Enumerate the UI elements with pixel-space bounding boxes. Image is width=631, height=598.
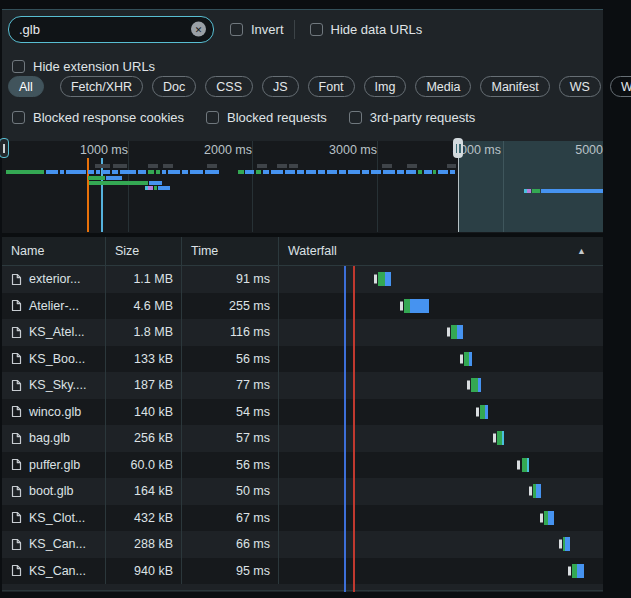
checkbox-label: Hide data URLs — [331, 22, 423, 37]
overview-request-bar — [257, 164, 267, 168]
waterfall-bar — [548, 511, 554, 525]
overview-request-bar — [306, 170, 316, 174]
filter-pill-img[interactable]: Img — [364, 76, 407, 97]
file-icon — [11, 379, 22, 392]
table-row[interactable]: Atelier-...4.6 MB255 ms — [2, 293, 603, 320]
waterfall-cell — [279, 452, 603, 479]
file-icon — [11, 432, 22, 445]
table-row[interactable]: bag.glb256 kB57 ms — [2, 425, 603, 452]
request-name: KS_Atel... — [29, 325, 85, 339]
sort-direction-icon: ▲ — [577, 246, 586, 256]
overview-request-bar — [447, 164, 456, 168]
dcl-event-line — [344, 266, 346, 592]
file-icon — [11, 326, 22, 339]
waterfall-queue-tick — [400, 301, 403, 310]
table-row[interactable]: KS_Clot...432 kB67 ms — [2, 505, 603, 532]
column-header-waterfall[interactable]: Waterfall▲ — [279, 237, 603, 265]
overview-request-bar — [406, 170, 416, 174]
time-cell: 91 ms — [182, 266, 279, 293]
overview-request-bar — [182, 170, 188, 174]
network-overview-strip[interactable]: 1000 ms2000 ms3000 ms4000 ms5000 — [2, 141, 603, 233]
filter-pill-ws[interactable]: WS — [559, 76, 601, 97]
filter-pill-js[interactable]: JS — [262, 76, 299, 97]
waterfall-cell — [279, 293, 603, 320]
overview-request-bar — [383, 170, 395, 174]
checkbox-3rd-party-requests[interactable]: 3rd-party requests — [349, 110, 476, 125]
size-cell: 133 kB — [106, 346, 182, 373]
table-row[interactable]: puffer.glb60.0 kB56 ms — [2, 452, 603, 479]
time-cell: 67 ms — [182, 505, 279, 532]
checkbox-invert[interactable]: Invert — [230, 22, 284, 37]
overview-grid-line — [252, 141, 253, 232]
checkbox-label: Blocked requests — [227, 110, 327, 125]
overview-request-bar — [46, 170, 58, 174]
name-cell: KS_Boo... — [2, 346, 106, 373]
table-row[interactable]: KS_Boo...133 kB56 ms — [2, 346, 603, 373]
overview-request-bar — [362, 170, 369, 174]
table-row[interactable]: KS_Can...940 kB95 ms — [2, 558, 603, 585]
waterfall-cell — [279, 346, 603, 373]
filter-pill-doc[interactable]: Doc — [152, 76, 196, 97]
overview-request-bar — [348, 170, 360, 174]
waterfall-queue-tick — [517, 460, 520, 469]
name-cell: boot.glb — [2, 478, 106, 505]
column-header-label: Name — [11, 244, 44, 258]
request-name: winco.glb — [29, 405, 81, 419]
table-row[interactable]: KS_Sky....187 kB77 ms — [2, 372, 603, 399]
filter-pill-fetch-xhr[interactable]: Fetch/XHR — [60, 76, 143, 97]
size-cell: 140 kB — [106, 399, 182, 426]
toolbar-divider — [294, 20, 295, 39]
waterfall-cell — [279, 505, 603, 532]
table-row[interactable]: boot.glb164 kB50 ms — [2, 478, 603, 505]
size-cell: 256 kB — [106, 425, 182, 452]
overview-request-bar — [532, 189, 540, 193]
table-row[interactable]: exterior...1.1 MB91 ms — [2, 266, 603, 293]
name-cell: KS_Can... — [2, 558, 106, 585]
filter-pill-manifest[interactable]: Manifest — [480, 76, 549, 97]
table-row[interactable]: KS_Can...288 kB66 ms — [2, 531, 603, 558]
time-cell: 57 ms — [182, 425, 279, 452]
overview-request-bar — [120, 170, 136, 174]
filter-input[interactable] — [9, 22, 213, 37]
file-icon — [11, 485, 22, 498]
clear-filter-icon[interactable]: ✕ — [191, 22, 206, 37]
filter-pill-wasm[interactable]: Wasm — [610, 76, 631, 97]
filter-pill-media[interactable]: Media — [415, 76, 471, 97]
overview-request-bar — [289, 164, 298, 168]
checkbox-hide-extension-urls[interactable]: Hide extension URLs — [12, 59, 155, 74]
overview-request-bar — [205, 170, 219, 174]
size-cell: 432 kB — [106, 505, 182, 532]
overview-request-bar — [285, 170, 295, 174]
waterfall-queue-tick — [467, 381, 470, 390]
request-name: KS_Can... — [29, 537, 86, 551]
filter-pill-font[interactable]: Font — [308, 76, 355, 97]
filter-input-wrapper: ✕ — [8, 16, 214, 43]
waterfall-bar — [378, 272, 385, 286]
column-header-size[interactable]: Size — [106, 237, 182, 265]
checkbox-hide-data-urls[interactable]: Hide data URLs — [310, 22, 423, 37]
overview-request-bar — [148, 164, 158, 168]
checkbox-blocked-requests[interactable]: Blocked requests — [206, 110, 327, 125]
waterfall-queue-tick — [476, 407, 479, 416]
overview-request-bar — [60, 170, 64, 174]
checkbox-label: 3rd-party requests — [370, 110, 476, 125]
waterfall-queue-tick — [493, 434, 496, 443]
filter-pill-css[interactable]: CSS — [205, 76, 253, 97]
column-header-time[interactable]: Time — [182, 237, 279, 265]
waterfall-bar — [410, 299, 429, 313]
column-header-name[interactable]: Name — [2, 237, 106, 265]
checkbox-label: Blocked response cookies — [33, 110, 184, 125]
selection-handle-left[interactable] — [0, 138, 9, 158]
overview-request-bar — [297, 170, 304, 174]
overview-request-bar — [148, 170, 154, 174]
request-name: KS_Can... — [29, 564, 86, 578]
filter-pill-all[interactable]: All — [8, 76, 44, 97]
table-row[interactable]: winco.glb140 kB54 ms — [2, 399, 603, 426]
table-row[interactable]: KS_Atel...1.8 MB116 ms — [2, 319, 603, 346]
waterfall-queue-tick — [568, 566, 571, 575]
size-cell: 164 kB — [106, 478, 182, 505]
waterfall-bar — [565, 537, 570, 551]
selection-handle-right[interactable] — [453, 138, 463, 158]
checkbox-blocked-response-cookies[interactable]: Blocked response cookies — [12, 110, 184, 125]
overview-request-bar — [89, 181, 148, 185]
